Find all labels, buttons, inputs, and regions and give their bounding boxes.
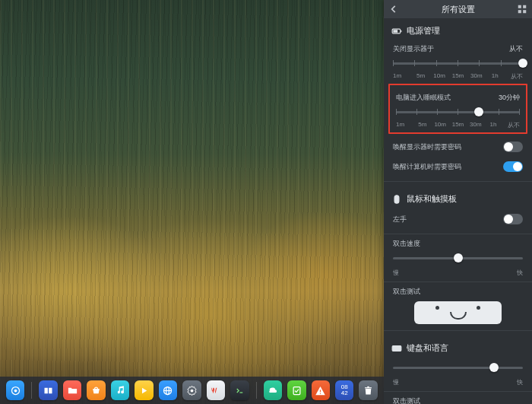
left-hand-row: 左手 (384, 209, 532, 229)
display-off-row: 关闭显示器于 从不 1m5m10m15m30m1h从不 (384, 44, 532, 81)
divider (384, 282, 532, 282)
keyboard-icon (391, 343, 402, 354)
divider (384, 391, 532, 392)
svg-point-16 (14, 389, 17, 392)
mouse-icon (391, 194, 402, 205)
dbl-speed-row: 双击速度 慢 快 (384, 239, 532, 277)
tray-time[interactable]: 0842 (335, 380, 353, 400)
kb-slow: 慢 (393, 378, 399, 387)
sleep-value: 30分钟 (499, 93, 520, 103)
panel-title: 所有设置 (442, 4, 475, 15)
svg-rect-3 (523, 10, 526, 13)
pw-computer-row: 唤醒计算机时需要密码 (384, 157, 532, 177)
svg-rect-26 (293, 387, 300, 394)
left-hand-label: 左手 (393, 215, 407, 224)
dbl-slow: 慢 (393, 269, 399, 277)
svg-point-23 (191, 389, 194, 392)
kb-repeat-slider[interactable] (393, 360, 523, 377)
sleep-row: 电脑进入睡眠模式 30分钟 1m5m10m15m30m1h从不 (394, 93, 521, 129)
kb-test-row: 双击测试 (384, 396, 532, 404)
svg-rect-0 (518, 5, 521, 8)
battery-icon (391, 26, 402, 37)
svg-rect-2 (518, 10, 521, 13)
desktop-wallpaper (0, 0, 384, 404)
svg-rect-28 (320, 393, 321, 393)
kb-repeat-row: 慢 快 (384, 360, 532, 387)
dbl-test-label: 双击测试 (393, 287, 420, 297)
panel-body: 电源管理 关闭显示器于 从不 1m5m10m15m30m1h从不 电脑进入睡眠模… (384, 18, 532, 404)
dbl-test-row: 双击测试 (384, 287, 532, 297)
divider (384, 330, 532, 331)
section-power: 电源管理 (384, 18, 532, 41)
sleep-highlight: 电脑进入睡眠模式 30分钟 1m5m10m15m30m1h从不 (388, 84, 527, 134)
dbl-speed-label: 双击速度 (393, 239, 420, 249)
dock-launcher[interactable] (6, 380, 24, 400)
pw-display-toggle[interactable] (503, 142, 523, 152)
dock-separator (256, 382, 257, 399)
svg-marker-19 (142, 387, 147, 393)
kb-test-label: 双击测试 (393, 396, 420, 404)
back-icon[interactable] (388, 4, 399, 14)
svg-rect-27 (320, 390, 321, 392)
dbl-test-face[interactable] (414, 301, 502, 324)
dock-store[interactable] (87, 380, 105, 400)
sleep-slider[interactable] (396, 104, 520, 121)
settings-panel: 所有设置 电源管理 关闭显示器于 从不 1m5m10m15m30m1h从不 (384, 0, 532, 404)
tray-weather[interactable] (264, 380, 282, 400)
grid-icon[interactable] (517, 4, 527, 14)
dock-settings[interactable] (182, 380, 201, 400)
pw-display-row: 唤醒显示器时需要密码 (384, 137, 532, 157)
svg-rect-6 (393, 30, 397, 33)
tray-warning[interactable] (312, 380, 330, 400)
svg-rect-29 (365, 387, 372, 388)
display-off-label: 关闭显示器于 (393, 44, 434, 54)
section-mouse-title: 鼠标和触摸板 (407, 193, 457, 205)
sleep-ticks: 1m5m10m15m30m1h从不 (396, 121, 520, 129)
dock-files[interactable] (63, 380, 81, 400)
dock-terminal[interactable] (230, 380, 249, 400)
tray-todo[interactable] (287, 380, 306, 400)
tray-trash[interactable] (359, 380, 377, 400)
section-keyboard-title: 键盘和语言 (407, 342, 448, 354)
pw-computer-toggle[interactable] (503, 161, 523, 172)
display-off-ticks: 1m5m10m15m30m1h从不 (393, 72, 523, 81)
dbl-speed-slider[interactable] (393, 250, 523, 267)
section-keyboard: 键盘和语言 (384, 336, 532, 358)
dock-separator (31, 382, 32, 399)
svg-rect-9 (392, 345, 401, 351)
section-mouse: 鼠标和触摸板 (384, 186, 532, 209)
svg-rect-5 (401, 30, 401, 31)
section-power-title: 电源管理 (407, 25, 440, 37)
panel-header: 所有设置 (384, 0, 532, 18)
left-hand-toggle[interactable] (503, 214, 523, 224)
svg-rect-30 (367, 386, 369, 387)
dock-multitask[interactable] (39, 380, 57, 400)
divider (384, 181, 532, 182)
pw-display-label: 唤醒显示器时需要密码 (393, 142, 461, 152)
dock-browser[interactable] (159, 380, 177, 400)
dock-music[interactable] (111, 380, 129, 400)
dock-video[interactable] (135, 380, 153, 400)
svg-rect-17 (45, 387, 48, 393)
kb-fast: 快 (517, 378, 523, 387)
pw-computer-label: 唤醒计算机时需要密码 (393, 162, 461, 172)
dock: 0842 (0, 377, 384, 404)
dock-wps[interactable] (207, 380, 225, 400)
svg-rect-1 (523, 5, 526, 8)
display-off-slider[interactable] (393, 56, 523, 72)
svg-rect-18 (49, 387, 52, 393)
sleep-label: 电脑进入睡眠模式 (396, 93, 451, 103)
display-off-value: 从不 (509, 44, 523, 54)
divider (384, 234, 532, 234)
dbl-fast: 快 (517, 269, 523, 277)
